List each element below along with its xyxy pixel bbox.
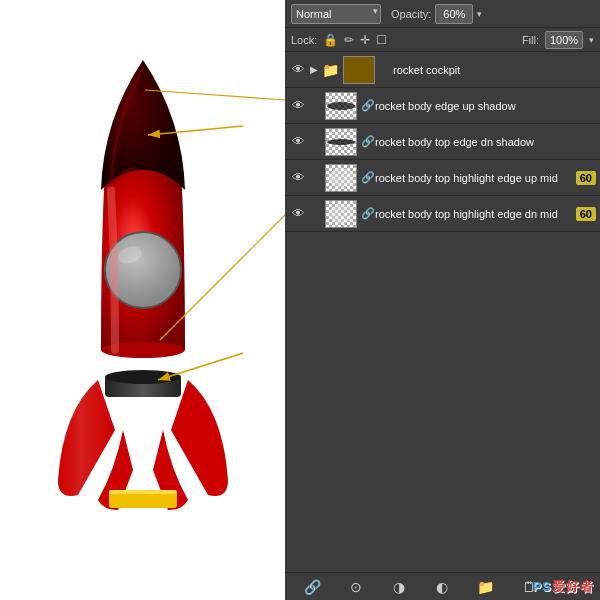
fill-arrow-icon[interactable]: ▾ <box>589 35 594 45</box>
layer-row-edge-up[interactable]: 👁 🔗 rocket body edge up shadow <box>285 88 600 124</box>
opacity-input[interactable] <box>435 4 473 24</box>
expand-arrow-cockpit[interactable]: ▶ <box>307 64 321 75</box>
folder-icon-cockpit: 📁 <box>321 62 339 78</box>
layer-badge-highlight-dn: 60 <box>576 207 596 221</box>
eye-toggle-edge-dn[interactable]: 👁 <box>289 134 307 149</box>
layer-link-highlight-dn[interactable]: 🔗 <box>361 207 375 220</box>
rocket-illustration <box>43 40 243 560</box>
layer-name-edge-dn: rocket body top edge dn shadow <box>375 136 596 148</box>
layer-row-edge-dn[interactable]: 👁 🔗 rocket body top edge dn shadow <box>285 124 600 160</box>
lock-fill-bar: Lock: 🔒 ✏ ✛ ☐ Fill: ▾ <box>285 28 600 52</box>
layer-name-highlight-dn: rocket body top highlight edge dn mid <box>375 208 572 220</box>
layer-name-edge-up: rocket body edge up shadow <box>375 100 596 112</box>
layers-panel: Normal Opacity: ▾ Lock: 🔒 ✏ ✛ ☐ Fill: ▾ … <box>285 0 600 600</box>
fill-input[interactable] <box>545 31 583 49</box>
thumb-content-highlight-up <box>329 168 353 188</box>
blend-opacity-bar: Normal Opacity: ▾ <box>285 0 600 28</box>
layer-thumb-edge-up <box>325 92 357 120</box>
layer-row-cockpit[interactable]: 👁 ▶ 📁 rocket cockpit <box>285 52 600 88</box>
lock-label: Lock: <box>291 34 317 46</box>
layer-row-highlight-dn[interactable]: 👁 🔗 rocket body top highlight edge dn mi… <box>285 196 600 232</box>
eye-toggle-edge-up[interactable]: 👁 <box>289 98 307 113</box>
layer-name-highlight-up: rocket body top highlight edge up mid <box>375 172 572 184</box>
canvas-area <box>0 0 285 600</box>
mask-button[interactable]: ◑ <box>388 579 410 595</box>
adjustment-button[interactable]: ◐ <box>431 579 453 595</box>
opacity-label: Opacity: <box>391 8 431 20</box>
new-group-button[interactable]: 📁 <box>475 579 497 595</box>
layer-link-edge-up[interactable]: 🔗 <box>361 99 375 112</box>
thumb-content-edge-dn <box>327 139 355 145</box>
layers-list: 👁 ▶ 📁 rocket cockpit 👁 🔗 rocket body edg… <box>285 52 600 572</box>
link-layers-button[interactable]: 🔗 <box>302 579 324 595</box>
layer-link-edge-dn[interactable]: 🔗 <box>361 135 375 148</box>
layer-thumb-edge-dn <box>325 128 357 156</box>
watermark: PS爱好者 <box>533 578 594 596</box>
eye-toggle-cockpit[interactable]: 👁 <box>289 62 307 77</box>
watermark-ps: PS <box>533 579 552 594</box>
svg-rect-2 <box>109 490 177 494</box>
layer-thumb-highlight-up <box>325 164 357 192</box>
thumb-content-highlight-dn <box>329 204 353 224</box>
eye-toggle-highlight-up[interactable]: 👁 <box>289 170 307 185</box>
watermark-text: 爱好者 <box>552 579 594 594</box>
layer-row-highlight-up[interactable]: 👁 🔗 rocket body top highlight edge up mi… <box>285 160 600 196</box>
layer-name-cockpit: rocket cockpit <box>393 64 596 76</box>
layer-thumb-cockpit <box>343 56 375 84</box>
opacity-arrow-icon[interactable]: ▾ <box>477 9 482 19</box>
fill-label: Fill: <box>522 34 539 46</box>
layer-style-button[interactable]: ⊙ <box>345 579 367 595</box>
lock-icon[interactable]: 🔒 <box>323 33 338 47</box>
brush-icon[interactable]: ✏ <box>344 33 354 47</box>
blend-mode-wrapper: Normal <box>291 4 381 24</box>
fill-lock-icon[interactable]: ☐ <box>376 33 387 47</box>
layer-link-highlight-up[interactable]: 🔗 <box>361 171 375 184</box>
layer-thumb-highlight-dn <box>325 200 357 228</box>
move-icon[interactable]: ✛ <box>360 33 370 47</box>
blend-mode-select[interactable]: Normal <box>291 4 381 24</box>
eye-toggle-highlight-dn[interactable]: 👁 <box>289 206 307 221</box>
layer-badge-highlight-up: 60 <box>576 171 596 185</box>
thumb-content-edge-up <box>327 102 355 110</box>
